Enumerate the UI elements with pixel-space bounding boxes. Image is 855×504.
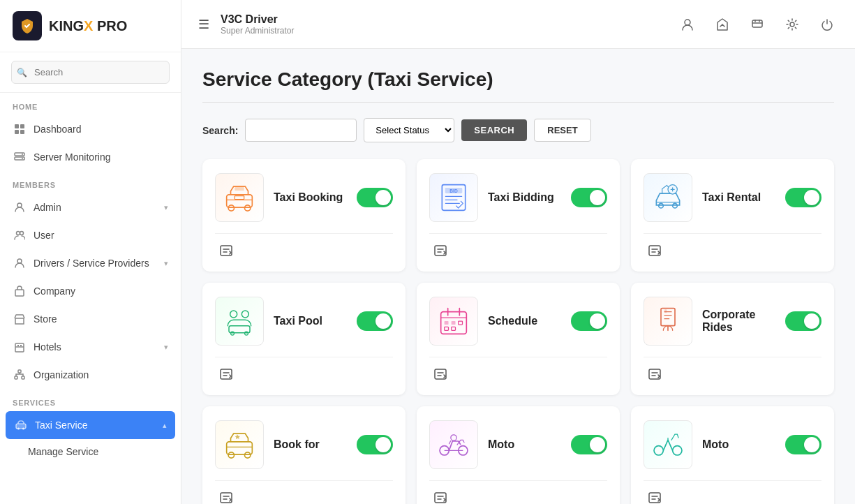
svg-rect-49	[459, 321, 463, 325]
svg-point-65	[673, 446, 682, 455]
search-label: Search:	[202, 125, 238, 136]
user-label: User	[34, 230, 54, 241]
schedule-action-icon[interactable]	[429, 363, 452, 385]
sidebar-item-user[interactable]: User	[0, 221, 181, 249]
status-select[interactable]: Select Status Active Inactive	[364, 118, 454, 142]
taxi-bidding-toggle[interactable]	[571, 188, 607, 207]
section-label-services: SERVICES	[0, 389, 181, 411]
svg-point-40	[230, 311, 237, 318]
sidebar-item-organization[interactable]: Organization	[0, 361, 181, 389]
card-top-schedule: Schedule	[429, 297, 607, 346]
card-bottom-taxi-booking	[215, 233, 393, 262]
server-monitoring-label: Server Monitoring	[34, 151, 111, 163]
corporate-rides-toggle[interactable]	[785, 311, 821, 331]
taxi-pool-name: Taxi Pool	[274, 315, 347, 327]
card-top-corporate: Corporate Rides	[644, 297, 821, 346]
svg-rect-2	[15, 130, 19, 134]
taxi-booking-toggle[interactable]	[357, 188, 393, 207]
sidebar-item-taxi-service[interactable]: Taxi Service ▴	[6, 411, 175, 439]
moto-1-name: Moto	[488, 438, 561, 451]
sidebar: KINGX PRO HOME Dashboard	[0, 0, 181, 504]
card-top-taxi-booking: Taxi Booking	[215, 173, 393, 222]
taxi-pool-toggle[interactable]	[357, 311, 393, 331]
drivers-label: Drivers / Service Providers	[34, 258, 149, 269]
svg-rect-50	[445, 327, 449, 330]
sidebar-item-hotels[interactable]: Hotels ▾	[0, 333, 181, 361]
card-corporate-rides: Corporate Rides	[631, 283, 834, 395]
section-label-members: MEMBERS	[0, 171, 181, 193]
service-cards-grid: Taxi Booking	[202, 159, 834, 504]
card-bottom-moto-1	[429, 480, 607, 504]
svg-rect-20	[16, 424, 26, 429]
card-schedule: Schedule	[417, 283, 620, 395]
svg-rect-54	[664, 309, 667, 313]
sidebar-item-drivers[interactable]: Drivers / Service Providers ▾	[0, 249, 181, 277]
svg-rect-48	[452, 321, 456, 325]
svg-rect-1	[20, 124, 24, 128]
schedule-icon	[429, 297, 478, 346]
taxi-pool-action-icon[interactable]	[215, 363, 237, 385]
admin-label: Admin	[34, 202, 61, 213]
svg-point-10	[20, 232, 24, 235]
sidebar-item-server-monitoring[interactable]: Server Monitoring	[0, 143, 181, 171]
sidebar-item-company[interactable]: Company	[0, 277, 181, 305]
book-for-name: Book for	[274, 438, 347, 451]
taxi-rental-icon	[644, 173, 692, 222]
svg-rect-3	[20, 130, 24, 134]
svg-point-64	[654, 446, 663, 455]
card-top-moto-2: Moto	[644, 420, 821, 469]
moto-2-action-icon[interactable]	[644, 487, 666, 504]
schedule-toggle[interactable]	[571, 311, 607, 331]
taxi-rental-toggle[interactable]	[785, 188, 821, 207]
moto-2-toggle[interactable]	[785, 435, 821, 454]
svg-point-22	[22, 428, 24, 430]
moto-1-toggle[interactable]	[571, 435, 607, 454]
corporate-action-icon[interactable]	[644, 363, 666, 385]
dashboard-label: Dashboard	[34, 124, 82, 135]
card-taxi-rental: Taxi Rental	[631, 159, 834, 272]
alert-icon[interactable]	[711, 13, 734, 36]
svg-rect-17	[18, 370, 21, 373]
svg-point-11	[17, 259, 22, 263]
taxi-rental-action-icon[interactable]	[644, 239, 666, 262]
store-icon	[13, 312, 27, 326]
svg-rect-0	[15, 124, 19, 128]
power-icon[interactable]	[816, 13, 838, 36]
card-bottom-schedule	[429, 357, 607, 385]
reset-button[interactable]: RESET	[534, 119, 590, 142]
manage-service-label: Manage Service	[28, 446, 98, 457]
sidebar-item-store[interactable]: Store	[0, 305, 181, 333]
admin-chevron: ▾	[164, 203, 168, 212]
card-top-moto-1: Moto	[429, 420, 607, 469]
sidebar-search-input[interactable]	[11, 61, 170, 84]
topbar-title: V3C Driver Super Administrator	[221, 13, 676, 36]
search-input[interactable]	[245, 119, 357, 142]
moto-1-action-icon[interactable]	[429, 487, 452, 504]
card-bottom-moto-2	[644, 480, 821, 504]
book-for-toggle[interactable]	[357, 435, 393, 454]
sidebar-item-manage-service[interactable]: Manage Service	[0, 439, 181, 464]
user-profile-icon[interactable]	[676, 13, 699, 36]
card-moto-1: Moto	[417, 406, 620, 504]
sidebar-item-admin[interactable]: Admin ▾	[0, 193, 181, 221]
svg-point-21	[17, 428, 20, 430]
settings-icon[interactable]	[781, 13, 803, 36]
notifications-icon[interactable]	[746, 13, 768, 36]
sidebar-item-dashboard[interactable]: Dashboard	[0, 115, 181, 143]
book-for-action-icon[interactable]	[215, 487, 237, 504]
taxi-bidding-action-icon[interactable]	[429, 239, 452, 262]
svg-point-7	[22, 158, 23, 159]
taxi-bidding-icon: BID	[429, 173, 478, 222]
hotels-icon	[13, 340, 27, 354]
card-bottom-taxi-pool	[215, 357, 393, 385]
svg-point-44	[245, 332, 248, 335]
svg-point-6	[22, 154, 23, 155]
sidebar-logo: KINGX PRO	[0, 0, 181, 52]
taxi-booking-action-icon[interactable]	[215, 239, 237, 262]
drivers-chevron: ▾	[164, 259, 168, 268]
svg-rect-12	[15, 290, 24, 296]
search-button[interactable]: SEARCH	[461, 119, 527, 141]
company-label: Company	[34, 286, 75, 297]
card-bottom-taxi-bidding	[429, 233, 607, 262]
menu-toggle-icon[interactable]: ☰	[198, 17, 209, 32]
